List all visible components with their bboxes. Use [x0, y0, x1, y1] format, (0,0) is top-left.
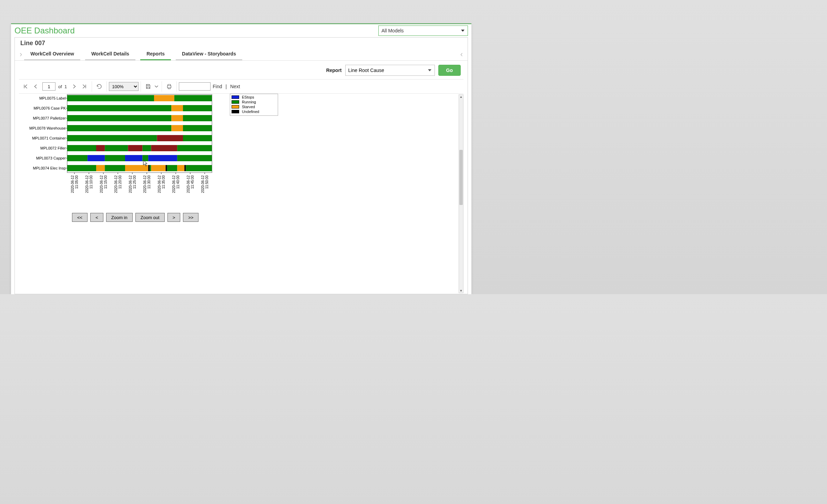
find-label[interactable]: Find	[213, 84, 222, 89]
svg-rect-5	[174, 95, 212, 101]
app-window: OEE Dashboard All Models Line 007 › Work…	[11, 23, 471, 294]
svg-text:MPL0076 Case PK: MPL0076 Case PK	[33, 106, 66, 110]
svg-rect-57	[186, 165, 212, 171]
svg-text:MPL0075 Label: MPL0075 Label	[39, 96, 66, 100]
svg-rect-23	[67, 135, 157, 141]
svg-text:2020-06-12: 2020-06-12	[157, 175, 161, 193]
page-of-label: of 1	[58, 84, 67, 89]
svg-rect-8	[67, 105, 171, 111]
chart-nav-buttons: << < Zoom in Zoom out > >>	[72, 213, 198, 222]
scroll-down-icon[interactable]: ▼	[459, 289, 463, 293]
zoom-out-button[interactable]: Zoom out	[135, 213, 165, 222]
prev-page-icon[interactable]	[31, 81, 41, 92]
svg-rect-41	[142, 155, 148, 161]
svg-text:MPL0077 Palletizer: MPL0077 Palletizer	[33, 116, 66, 120]
zoom-in-button[interactable]: Zoom in	[106, 213, 133, 222]
svg-text:2020-06-12: 2020-06-12	[143, 175, 147, 193]
svg-text:MPL0074 Elec Insp: MPL0074 Elec Insp	[33, 166, 66, 170]
find-input[interactable]	[179, 82, 211, 91]
scrollbar-thumb[interactable]	[459, 150, 463, 205]
svg-text:11:15:00: 11:15:00	[104, 175, 108, 189]
svg-rect-32	[142, 145, 151, 151]
page-input[interactable]	[42, 82, 55, 91]
vertical-scrollbar[interactable]: ▲ ▼	[459, 94, 463, 293]
svg-rect-53	[166, 165, 167, 171]
save-icon[interactable]	[143, 81, 153, 92]
find-next-label[interactable]: Next	[230, 84, 240, 89]
svg-text:11:20:00: 11:20:00	[118, 175, 122, 189]
svg-rect-42	[148, 155, 177, 161]
svg-text:2020-06-12: 2020-06-12	[85, 175, 89, 193]
chart-next-button[interactable]: >	[167, 213, 181, 222]
print-icon[interactable]	[164, 81, 174, 92]
svg-rect-24	[157, 135, 183, 141]
last-page-icon[interactable]	[79, 81, 90, 92]
next-page-icon[interactable]	[69, 81, 79, 92]
svg-text:2020-06-12: 2020-06-12	[172, 175, 176, 193]
svg-rect-55	[177, 165, 184, 171]
svg-text:2020-06-12: 2020-06-12	[100, 175, 103, 193]
svg-rect-46	[67, 165, 96, 171]
legend-swatch	[232, 105, 239, 109]
svg-text:11:50:00: 11:50:00	[205, 175, 209, 189]
svg-text:11:10:00: 11:10:00	[89, 175, 93, 189]
legend-swatch	[232, 95, 239, 99]
svg-rect-47	[96, 165, 105, 171]
svg-rect-49	[125, 165, 148, 171]
svg-rect-29	[96, 145, 105, 151]
models-select[interactable]: All Models	[378, 25, 468, 36]
svg-rect-48	[105, 165, 125, 171]
svg-text:11:25:00: 11:25:00	[133, 175, 136, 189]
save-dropdown-icon[interactable]	[153, 81, 160, 92]
legend-item-undefined: Undefined	[232, 109, 276, 114]
first-page-icon[interactable]	[20, 81, 31, 92]
svg-text:2020-06-12: 2020-06-12	[129, 175, 132, 193]
svg-rect-28	[67, 145, 96, 151]
svg-rect-14	[171, 115, 183, 121]
chart-container: MPL0075 LabelMPL0076 Case PKMPL0077 Pall…	[19, 94, 463, 294]
tab-reports[interactable]: Reports	[140, 48, 171, 60]
svg-rect-33	[151, 145, 177, 151]
svg-rect-4	[154, 95, 174, 101]
svg-rect-20	[183, 125, 212, 131]
chart-first-button[interactable]: <<	[72, 213, 88, 222]
go-button[interactable]: Go	[438, 65, 461, 76]
svg-rect-39	[105, 155, 125, 161]
svg-text:MPL0078 Warehouse: MPL0078 Warehouse	[29, 126, 66, 130]
svg-text:2020-06-12: 2020-06-12	[186, 175, 190, 193]
svg-rect-34	[177, 145, 212, 151]
find-separator: |	[224, 84, 228, 89]
header-row: OEE Dashboard All Models	[11, 24, 471, 37]
zoom-select[interactable]: 100%	[109, 82, 139, 91]
line-title: Line 007	[15, 38, 468, 48]
svg-rect-50	[148, 165, 150, 171]
svg-rect-18	[67, 125, 171, 131]
svg-rect-15	[183, 115, 212, 121]
svg-rect-38	[88, 155, 105, 161]
page-title: OEE Dashboard	[14, 26, 75, 35]
chart-last-button[interactable]: >>	[183, 213, 198, 222]
legend: EStops Running Starved Undefined	[230, 94, 278, 116]
report-toolbar: of 1 100%	[19, 79, 463, 94]
svg-rect-51	[150, 165, 151, 171]
content-panel: Line 007 › WorkCell Overview WorkCell De…	[14, 37, 468, 294]
svg-text:11:05:00: 11:05:00	[75, 175, 79, 189]
tabs-scroll-right-icon[interactable]: ‹	[458, 50, 465, 59]
legend-item-starved: Starved	[232, 104, 276, 109]
refresh-icon[interactable]	[94, 81, 104, 92]
legend-swatch	[232, 110, 239, 113]
report-body: MPL0075 LabelMPL0076 Case PKMPL0077 Pall…	[19, 94, 463, 294]
tab-dataview-storyboards[interactable]: DataView - Storyboards	[176, 48, 242, 60]
tab-workcell-overview[interactable]: WorkCell Overview	[24, 48, 80, 60]
svg-text:11:30:00: 11:30:00	[147, 175, 151, 189]
report-select[interactable]: Line Root Cause	[345, 65, 435, 76]
svg-rect-30	[105, 145, 128, 151]
chart-prev-button[interactable]: <	[90, 213, 103, 222]
tab-workcell-details[interactable]: WorkCell Details	[85, 48, 135, 60]
svg-text:11:40:00: 11:40:00	[176, 175, 180, 189]
scroll-up-icon[interactable]: ▲	[459, 95, 463, 99]
svg-rect-10	[183, 105, 212, 111]
legend-swatch	[232, 100, 239, 104]
tabs-scroll-left-icon[interactable]: ›	[18, 50, 24, 59]
legend-item-estops: EStops	[232, 95, 276, 100]
